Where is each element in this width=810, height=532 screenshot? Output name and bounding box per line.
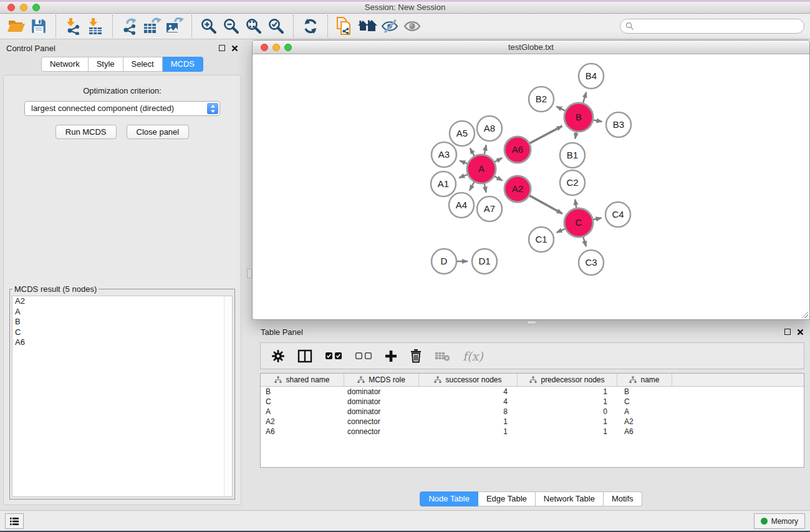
cell-predecessor-nodes[interactable]: 1 — [518, 427, 617, 437]
export-table-icon[interactable] — [141, 16, 163, 37]
network-close-button[interactable] — [261, 44, 268, 51]
cell-mcds-role[interactable]: dominator — [344, 397, 419, 407]
edge-a-a3[interactable] — [460, 161, 467, 164]
cell-shared-name[interactable]: B — [261, 387, 344, 397]
network-minimize-button[interactable] — [272, 44, 280, 51]
network-graph[interactable]: B4B2BB3A5A8A6A3B1AA1C2A2A4A7C4CC1C3DD1 — [253, 55, 809, 319]
cell-successor-nodes[interactable]: 1 — [419, 427, 518, 437]
save-session-icon[interactable] — [27, 16, 50, 37]
cell-successor-nodes[interactable]: 4 — [419, 387, 518, 397]
node-a3[interactable]: A3 — [432, 142, 456, 167]
node-a5[interactable]: A5 — [450, 121, 475, 146]
tab-select[interactable]: Select — [123, 57, 163, 72]
edge-b-b3[interactable] — [594, 120, 602, 122]
cell-name[interactable]: A — [617, 407, 672, 417]
edge-c-c4[interactable] — [594, 218, 602, 220]
node-d1[interactable]: D1 — [472, 249, 497, 274]
cell-shared-name[interactable]: A — [261, 407, 344, 417]
close-window-button[interactable] — [7, 4, 15, 11]
export-image-icon[interactable] — [163, 16, 186, 37]
export-network-icon[interactable] — [118, 16, 141, 37]
zoom-fit-icon[interactable] — [243, 16, 265, 37]
cell-shared-name[interactable]: A2 — [261, 417, 344, 427]
search-field[interactable] — [620, 19, 804, 34]
result-item-b[interactable]: B — [12, 317, 232, 327]
tab-style[interactable]: Style — [89, 57, 123, 72]
edge-a-a5[interactable] — [470, 148, 475, 156]
column-header-predecessor-nodes[interactable]: predecessor nodes — [518, 374, 617, 386]
edge-a2-c[interactable] — [529, 196, 562, 214]
node-a6[interactable]: A6 — [504, 137, 531, 163]
cell-predecessor-nodes[interactable]: 1 — [518, 387, 617, 397]
cell-successor-nodes[interactable]: 4 — [419, 397, 518, 407]
column-header-successor-nodes[interactable]: successor nodes — [419, 374, 518, 386]
edge-b-b2[interactable] — [556, 107, 565, 111]
cell-successor-nodes[interactable]: 1 — [419, 417, 518, 427]
horizontal-splitter-handle[interactable] — [527, 321, 536, 324]
cell-name[interactable]: A2 — [617, 417, 672, 427]
edge-a-a4[interactable] — [470, 182, 474, 190]
edge-c-c3[interactable] — [583, 237, 586, 246]
float-table-panel-icon[interactable] — [784, 329, 791, 335]
import-table-icon[interactable] — [84, 16, 107, 37]
close-panel-button[interactable]: Close panel — [127, 125, 190, 139]
cell-predecessor-nodes[interactable]: 0 — [518, 407, 617, 417]
cell-predecessor-nodes[interactable]: 1 — [518, 397, 617, 407]
table-row-b[interactable]: Bdominator41B — [261, 387, 804, 397]
float-panel-icon[interactable] — [219, 45, 225, 51]
edge-a-a6[interactable] — [494, 158, 502, 162]
hide-panels-icon[interactable] — [378, 16, 401, 37]
edge-a6-b[interactable] — [529, 126, 562, 143]
node-c1[interactable]: C1 — [529, 227, 554, 252]
cell-name[interactable]: A6 — [617, 427, 672, 437]
node-b4[interactable]: B4 — [579, 64, 604, 89]
network-window-titlebar[interactable]: testGlobe.txt — [253, 41, 809, 54]
result-item-a2[interactable]: A2 — [12, 296, 232, 307]
cell-mcds-role[interactable]: connector — [344, 417, 419, 427]
table-row-a[interactable]: Adominator80A — [261, 407, 804, 417]
column-visibility-icon[interactable] — [297, 349, 312, 363]
result-scrollbar[interactable] — [224, 296, 232, 496]
zoom-selected-icon[interactable] — [265, 16, 287, 37]
memory-button[interactable]: Memory — [754, 513, 805, 529]
cell-mcds-role[interactable]: dominator — [344, 387, 419, 397]
add-column-icon[interactable] — [385, 350, 397, 362]
table-row-a2[interactable]: A2connector11A2 — [261, 417, 804, 427]
tab-edge-table[interactable]: Edge Table — [478, 491, 536, 506]
table-row-c[interactable]: Cdominator41C — [261, 397, 804, 407]
node-a8[interactable]: A8 — [477, 116, 502, 141]
deselect-all-icon[interactable] — [355, 352, 372, 360]
mcds-result-list[interactable]: A2ABCA6 — [12, 296, 233, 497]
table-row-a6[interactable]: A6connector11A6 — [261, 427, 804, 437]
close-panel-icon[interactable] — [231, 45, 238, 52]
result-item-a[interactable]: A — [12, 307, 232, 317]
network-from-file-icon[interactable] — [334, 16, 356, 37]
edge-c-c2[interactable] — [575, 200, 576, 208]
cell-mcds-role[interactable]: dominator — [344, 407, 419, 417]
node-d[interactable]: D — [432, 249, 456, 274]
network-canvas[interactable]: B4B2BB3A5A8A6A3B1AA1C2A2A4A7C4CC1C3DD1 — [253, 55, 809, 319]
tab-mcds[interactable]: MCDS — [163, 57, 203, 72]
node-b[interactable]: B — [564, 103, 593, 132]
node-c2[interactable]: C2 — [560, 170, 585, 195]
vertical-splitter-handle[interactable] — [247, 269, 252, 278]
cell-successor-nodes[interactable]: 8 — [419, 407, 518, 417]
tab-node-table[interactable]: Node Table — [420, 491, 478, 506]
tab-motifs[interactable]: Motifs — [604, 491, 642, 506]
edge-a-a7[interactable] — [485, 184, 486, 193]
network-zoom-button[interactable] — [284, 44, 292, 51]
node-b2[interactable]: B2 — [529, 87, 554, 112]
run-mcds-button[interactable]: Run MCDS — [55, 125, 117, 139]
search-input[interactable] — [634, 21, 804, 32]
node-c[interactable]: C — [564, 208, 593, 237]
refresh-network-icon[interactable] — [299, 16, 322, 37]
node-b1[interactable]: B1 — [560, 143, 585, 168]
criterion-select[interactable]: largest connected component (directed) — [24, 101, 220, 116]
cell-name[interactable]: B — [617, 387, 672, 397]
node-a1[interactable]: A1 — [431, 172, 456, 196]
column-header-mcds-role[interactable]: MCDS role — [344, 374, 419, 386]
edge-b-b1[interactable] — [575, 132, 576, 139]
close-table-panel-icon[interactable] — [797, 329, 804, 336]
cell-shared-name[interactable]: A6 — [261, 427, 344, 437]
open-session-icon[interactable] — [5, 16, 27, 37]
